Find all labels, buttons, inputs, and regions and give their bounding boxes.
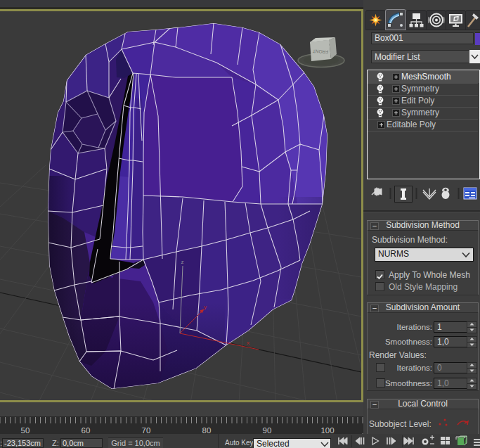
svg-text:90: 90 (263, 426, 272, 434)
svg-text:50: 50 (21, 426, 30, 434)
svg-text:FRONT: FRONT (313, 49, 329, 54)
svg-text:70: 70 (142, 426, 151, 434)
svg-text:100: 100 (320, 426, 334, 434)
svg-text:x: x (247, 340, 249, 346)
svg-text:y: y (204, 304, 207, 310)
svg-text:z: z (181, 259, 184, 265)
svg-text:60: 60 (82, 426, 91, 434)
svg-text:80: 80 (202, 426, 212, 434)
